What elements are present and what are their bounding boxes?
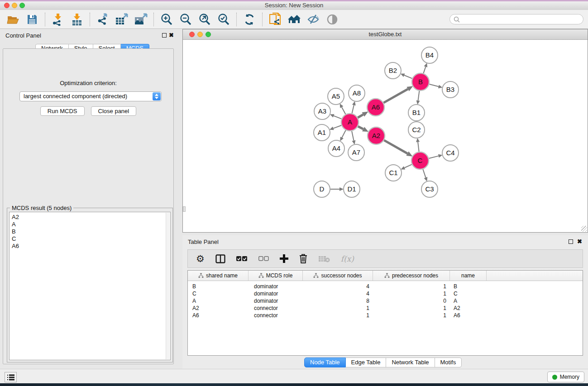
columns-icon[interactable] bbox=[215, 254, 225, 263]
graph-edge-A-A1[interactable] bbox=[333, 125, 341, 129]
column-header-name[interactable]: name bbox=[450, 271, 487, 281]
hide-panel-eye-slash-icon[interactable] bbox=[306, 12, 320, 27]
graph-edge-A-A8[interactable] bbox=[352, 105, 354, 113]
graph-node-D1[interactable]: D1 bbox=[344, 181, 360, 197]
minimize-window-button[interactable] bbox=[12, 3, 17, 8]
network-window-titlebar[interactable]: testGlobe.txt bbox=[183, 29, 588, 40]
minimize-view-button[interactable] bbox=[197, 32, 203, 37]
graph-node-B4[interactable]: B4 bbox=[421, 47, 438, 63]
graph-node-B3[interactable]: B3 bbox=[442, 81, 459, 98]
criterion-dropdown[interactable]: largest connected component (directed) bbox=[19, 91, 162, 101]
mcds-result-list[interactable]: A2ABCA6 bbox=[9, 212, 171, 360]
graph-node-A8[interactable]: A8 bbox=[349, 85, 365, 101]
column-header-shared-name[interactable]: shared name bbox=[188, 271, 249, 281]
graph-edge-B-B3[interactable] bbox=[429, 84, 438, 86]
dropdown-stepper-icon[interactable] bbox=[153, 92, 161, 100]
maximize-view-button[interactable] bbox=[206, 32, 211, 37]
duplicate-network-icon[interactable] bbox=[268, 12, 282, 27]
table-row[interactable]: A6connector11A6 bbox=[188, 312, 583, 319]
tab-edge-table[interactable]: Edge Table bbox=[346, 357, 387, 367]
graph-node-B[interactable]: B bbox=[412, 73, 429, 91]
float-panel-icon[interactable] bbox=[569, 239, 573, 244]
graph-edge-C-C4[interactable] bbox=[429, 156, 438, 158]
tab-node-table[interactable]: Node Table bbox=[304, 357, 346, 367]
close-window-button[interactable] bbox=[4, 3, 10, 8]
tab-network-table[interactable]: Network Table bbox=[386, 357, 435, 367]
graph-node-C[interactable]: C bbox=[411, 152, 429, 169]
tab-motifs[interactable]: Motifs bbox=[435, 357, 462, 367]
import-table-icon[interactable] bbox=[70, 12, 84, 27]
graph-edge-A-A5[interactable] bbox=[342, 107, 346, 114]
column-header-predecessor-nodes[interactable]: predecessor nodes bbox=[373, 271, 450, 281]
mcds-result-item[interactable]: C bbox=[12, 235, 170, 243]
table-row[interactable]: Bdominator41B bbox=[188, 283, 583, 290]
delete-row-trash-icon[interactable] bbox=[299, 254, 307, 263]
graph-edge-A-A4[interactable] bbox=[342, 130, 345, 138]
graph-edge-C-C1[interactable] bbox=[405, 164, 412, 167]
run-mcds-button[interactable]: Run MCDS bbox=[40, 106, 85, 116]
graph-edge-A-A6[interactable] bbox=[358, 114, 363, 118]
resize-grip-icon[interactable] bbox=[581, 226, 587, 232]
graph-edge-B-B2[interactable] bbox=[404, 75, 412, 78]
graph-node-C2[interactable]: C2 bbox=[408, 122, 425, 138]
home-icon[interactable] bbox=[287, 12, 301, 27]
float-panel-icon[interactable] bbox=[162, 33, 167, 38]
graph-node-B2[interactable]: B2 bbox=[385, 62, 401, 79]
graph-node-A7[interactable]: A7 bbox=[348, 144, 364, 161]
memory-button[interactable]: Memory bbox=[547, 372, 584, 382]
mcds-result-item[interactable]: A bbox=[12, 221, 170, 228]
save-session-icon[interactable] bbox=[25, 12, 39, 27]
graph-node-A3[interactable]: A3 bbox=[314, 103, 330, 119]
column-header-mcds-role[interactable]: MCDS role bbox=[249, 271, 303, 281]
graph-edge-C-C2[interactable] bbox=[418, 142, 419, 152]
settings-gear-icon[interactable]: ⚙ bbox=[196, 254, 205, 263]
task-history-button[interactable] bbox=[5, 372, 17, 382]
graph-node-C1[interactable]: C1 bbox=[385, 165, 402, 181]
zoom-out-icon[interactable] bbox=[178, 12, 193, 27]
table-row[interactable]: A2connector11A2 bbox=[188, 305, 583, 312]
graph-edge-A-A7[interactable] bbox=[352, 131, 354, 141]
open-session-icon[interactable] bbox=[6, 12, 20, 27]
graph-edge-B-B1[interactable] bbox=[418, 91, 420, 100]
zoom-fit-icon[interactable] bbox=[197, 12, 212, 27]
network-graph[interactable]: AA1A2A3A4A5A6A7A8BB1B2B3B4CC1C2C3C4DD1 bbox=[183, 40, 588, 232]
column-header-successor-nodes[interactable]: successor nodes bbox=[303, 271, 373, 281]
graph-node-A1[interactable]: A1 bbox=[314, 124, 330, 141]
mcds-result-item[interactable]: A2 bbox=[12, 214, 170, 221]
zoom-selected-icon[interactable] bbox=[216, 12, 231, 27]
close-panel-button[interactable]: Close panel bbox=[91, 106, 137, 116]
add-row-icon[interactable] bbox=[280, 254, 288, 263]
node-table[interactable]: shared name MCDS role successor nodes pr… bbox=[187, 270, 583, 356]
graph-node-A[interactable]: A bbox=[341, 114, 359, 131]
network-canvas[interactable]: AA1A2A3A4A5A6A7A8BB1B2B3B4CC1C2C3C4DD1 bbox=[183, 40, 588, 232]
graph-node-D[interactable]: D bbox=[314, 181, 330, 197]
search-input[interactable] bbox=[460, 15, 583, 24]
close-panel-icon[interactable]: ✖ bbox=[169, 32, 174, 38]
close-view-button[interactable] bbox=[189, 32, 195, 37]
graph-node-C3[interactable]: C3 bbox=[421, 181, 438, 197]
table-row[interactable]: Cdominator41C bbox=[188, 290, 583, 297]
graph-node-B1[interactable]: B1 bbox=[408, 105, 425, 121]
graph-edge-A-A2[interactable] bbox=[358, 126, 363, 129]
graph-edge-A-A3[interactable] bbox=[334, 116, 341, 119]
graph-node-C4[interactable]: C4 bbox=[442, 145, 459, 161]
deselect-all-checkboxes-icon[interactable] bbox=[258, 256, 269, 261]
graph-node-A5[interactable]: A5 bbox=[328, 88, 344, 105]
export-table-icon[interactable] bbox=[115, 12, 129, 27]
close-panel-icon[interactable]: ✖ bbox=[577, 238, 582, 245]
export-image-icon[interactable] bbox=[134, 12, 148, 27]
graph-node-A6[interactable]: A6 bbox=[367, 99, 384, 116]
zoom-in-icon[interactable] bbox=[159, 12, 174, 27]
graph-edge-A2-C[interactable] bbox=[384, 140, 407, 153]
scrollbar-track[interactable] bbox=[166, 213, 170, 359]
show-panel-eye-icon[interactable] bbox=[325, 12, 339, 27]
graph-node-A4[interactable]: A4 bbox=[328, 140, 344, 157]
graph-edge-A6-B[interactable] bbox=[383, 89, 408, 103]
graph-node-A2[interactable]: A2 bbox=[368, 127, 385, 144]
search-field[interactable] bbox=[449, 14, 583, 24]
mcds-result-item[interactable]: B bbox=[12, 228, 170, 235]
table-row[interactable]: Adominator80A bbox=[188, 297, 583, 305]
graph-edge-B-B4[interactable] bbox=[423, 67, 425, 73]
import-network-icon[interactable] bbox=[51, 12, 65, 27]
splitter-handle[interactable] bbox=[183, 206, 186, 212]
